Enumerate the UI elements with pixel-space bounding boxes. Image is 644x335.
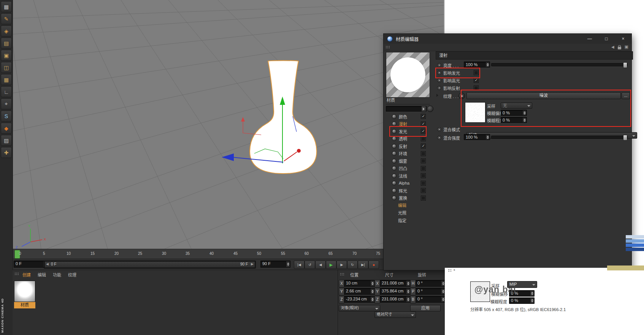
tool-modeling[interactable]: ✚ [1, 147, 12, 158]
panel-grip[interactable] [340, 273, 344, 276]
tool-model-mode[interactable]: ✎ [1, 13, 12, 24]
nav-back-icon[interactable]: ◀ [611, 45, 614, 49]
size-z-field[interactable]: 231.008 cm [380, 296, 411, 303]
channel-radio[interactable] [392, 166, 397, 171]
channel-checkbox[interactable]: ✓ [421, 114, 426, 119]
preview-type-expand-button[interactable] [421, 106, 426, 112]
channel-checkbox[interactable] [421, 136, 426, 141]
material-editor-titlebar[interactable]: 材质编辑器 — □ × [384, 34, 631, 44]
end-frame-field[interactable]: 90 F [260, 261, 290, 268]
channel-fog[interactable]: 烟雾 [392, 157, 432, 165]
anim-dot[interactable] [437, 136, 441, 140]
tab-function[interactable]: 功能 [53, 272, 61, 278]
blur-scale-field[interactable]: 0 % [509, 297, 535, 304]
rot-p-field[interactable]: 0 ° [416, 288, 446, 295]
range-right-arrow-icon[interactable]: ▶ [251, 262, 254, 266]
tool-make-editable[interactable]: ▩ [1, 1, 12, 12]
tool-ruler[interactable]: ∟ [1, 86, 12, 97]
next-frame-button[interactable]: ▶ [336, 261, 347, 269]
x-axis-arrow-icon[interactable] [222, 153, 234, 161]
current-frame-field[interactable]: 0 F [14, 261, 48, 268]
channel-radio[interactable] [392, 122, 397, 126]
channel-reflectance[interactable]: 反射✓ [392, 142, 432, 150]
anim-dot[interactable] [437, 127, 441, 131]
goto-start-button[interactable]: |◀ [294, 261, 305, 269]
range-left-arrow-icon[interactable]: ◀ [46, 262, 49, 266]
collapse-icon[interactable]: ◂ [453, 268, 455, 272]
channel-glow[interactable]: 辉光 [392, 187, 432, 194]
section-illumination[interactable]: 光照 [392, 209, 432, 217]
material-thumbnail[interactable] [14, 281, 35, 302]
apply-button[interactable]: 应用 [410, 305, 441, 311]
channel-radio[interactable] [392, 196, 397, 200]
channel-radio[interactable] [392, 144, 397, 149]
tab-create[interactable]: 创建 [22, 272, 31, 278]
play-button[interactable]: ▶ [326, 261, 336, 269]
channel-normal[interactable]: 法线 [392, 172, 432, 180]
channel-radio[interactable] [392, 181, 397, 185]
channel-checkbox[interactable] [421, 188, 426, 193]
size-y-field[interactable]: 375.864 cm [380, 288, 411, 295]
coord-mode-dropdown[interactable]: 对象(相对) [339, 305, 380, 311]
rot-b-field[interactable]: 0 ° [416, 296, 446, 303]
channel-checkbox[interactable] [421, 151, 426, 156]
tool-axis-modify[interactable]: ◆ [1, 123, 12, 134]
channel-bump[interactable]: 凹凸 [392, 165, 432, 172]
anim-dot[interactable] [437, 78, 441, 82]
vase-object[interactable] [250, 61, 317, 174]
close-button[interactable]: × [615, 34, 631, 44]
section-edit[interactable]: 编辑 [392, 202, 432, 209]
mix-strength-field[interactable]: 100 % [464, 134, 490, 140]
channel-alpha[interactable]: Alpha [392, 180, 432, 187]
anim-dot[interactable] [437, 63, 441, 67]
panel-grip[interactable] [448, 269, 452, 272]
channel-checkbox[interactable] [421, 158, 426, 163]
tool-edges-mode[interactable]: ◫ [1, 62, 12, 73]
play-backward-button[interactable]: ↺ [305, 261, 315, 269]
pos-y-field[interactable]: 2.66 cm [344, 288, 375, 295]
channel-radio[interactable] [392, 151, 397, 156]
preview-scene-icon[interactable] [427, 106, 433, 112]
channel-displacement[interactable]: 置换 [392, 194, 432, 202]
record-button[interactable]: ● [368, 261, 379, 269]
tool-texture-mode[interactable]: ◈ [1, 25, 12, 36]
channel-radio[interactable] [392, 136, 397, 141]
channel-checkbox[interactable]: ✓ [421, 144, 426, 149]
brightness-slider[interactable] [491, 63, 628, 66]
timeline-ruler[interactable]: 0 5 10 15 20 25 30 35 40 45 50 55 60 65 … [13, 249, 444, 259]
section-assign[interactable]: 指定 [392, 217, 432, 224]
tool-workplane-mode[interactable]: ▤ [1, 38, 12, 49]
frame-icon[interactable]: ▣ [625, 44, 628, 49]
loop-button[interactable]: ↻ [347, 261, 358, 269]
channel-environment[interactable]: 环境 [392, 150, 432, 158]
channel-radio[interactable] [392, 159, 397, 163]
size-x-field[interactable]: 231.008 cm [380, 280, 411, 287]
brightness-field[interactable]: 100 % [464, 62, 490, 68]
panel-grip[interactable] [14, 272, 19, 276]
z-axis-handle-icon[interactable] [297, 149, 301, 153]
material-preview[interactable] [386, 52, 430, 98]
material-name-label[interactable]: 材质 [14, 302, 35, 308]
channel-checkbox[interactable] [421, 196, 426, 201]
slider-handle[interactable] [623, 135, 627, 141]
slider-handle[interactable] [623, 62, 627, 68]
maximize-button[interactable]: □ [598, 34, 615, 44]
viewport[interactable]: Y X Z [13, 0, 444, 249]
preview-type-field[interactable] [386, 106, 427, 112]
prev-frame-button[interactable]: ◀ [315, 261, 326, 269]
channel-radio[interactable] [392, 174, 397, 178]
affect-specular-checkbox[interactable]: ✓ [474, 78, 479, 83]
tool-polygons-mode[interactable]: ▦ [1, 74, 12, 85]
frame-range-slider[interactable]: ◀ 0 F 90 F ▶ [44, 261, 256, 269]
channel-checkbox[interactable] [421, 181, 426, 186]
goto-end-button[interactable]: ▶| [358, 261, 368, 269]
pos-x-field[interactable]: 10 cm [344, 280, 375, 287]
lock-icon[interactable] [618, 47, 621, 49]
tab-texture[interactable]: 纹理 [68, 272, 76, 278]
tool-points-mode[interactable]: ▣ [1, 50, 12, 61]
channel-color[interactable]: 颜色✓ [392, 113, 432, 120]
pos-z-field[interactable]: -23.234 cm [344, 296, 375, 303]
tool-snap[interactable]: S [1, 111, 12, 122]
channel-checkbox[interactable] [421, 173, 426, 178]
tab-edit[interactable]: 编辑 [38, 272, 46, 278]
